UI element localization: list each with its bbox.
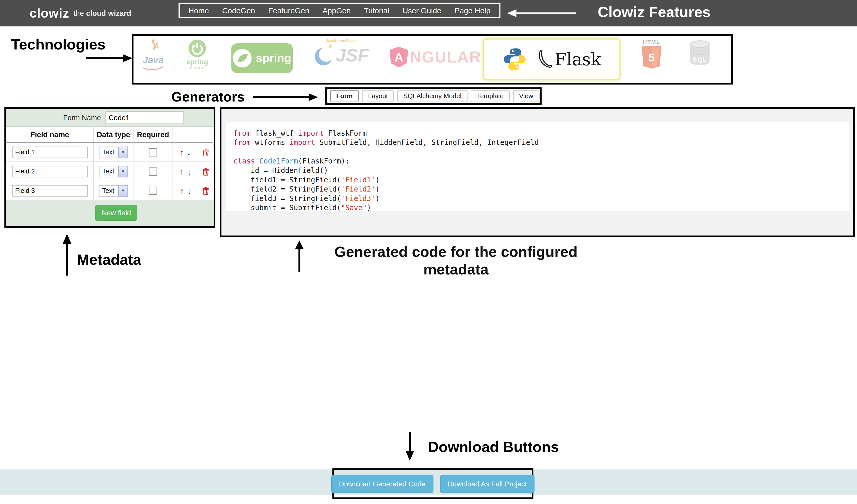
brand-logo[interactable]: clowiz the cloud wizard [30, 0, 131, 26]
angular-label: NGULAR [410, 49, 481, 65]
spring-boot-sublabel: BOOT [190, 66, 205, 70]
new-field-button[interactable]: New field [95, 205, 137, 221]
nav-item-appgen[interactable]: AppGen [323, 6, 351, 15]
annotation-technologies: Technologies [11, 36, 105, 53]
annotation-clowiz-features: Clowiz Features [598, 4, 710, 21]
form-name-label: Form Name [63, 114, 101, 122]
python-icon [502, 47, 527, 72]
move-down-icon[interactable]: ↓ [187, 187, 191, 195]
technology-java[interactable]: Java [142, 38, 164, 70]
annotation-generated-code-line2: metadata [307, 261, 604, 279]
nav-item-home[interactable]: Home [188, 6, 209, 15]
technology-sql[interactable]: SQL [688, 40, 711, 68]
column-required: Required [133, 127, 173, 143]
required-checkbox[interactable] [149, 187, 157, 195]
move-down-icon[interactable]: ↓ [187, 167, 191, 175]
column-move [173, 127, 198, 143]
field-name-input[interactable] [12, 166, 87, 177]
spring-boot-label: spring [186, 58, 208, 66]
code-line: submit = SubmitField("Save") [234, 203, 849, 212]
spring-boot-icon [188, 39, 206, 57]
data-type-select[interactable]: Text ▾ [99, 146, 128, 158]
trash-icon[interactable] [202, 148, 209, 156]
column-data-type: Data type [94, 127, 133, 143]
arrow-left-icon [505, 8, 578, 19]
technology-angular[interactable]: A NGULAR [389, 47, 481, 68]
nav-item-featuregen[interactable]: FeatureGen [268, 6, 309, 15]
technology-html5[interactable]: HTML 5 [641, 39, 662, 69]
code-line: from wtforms import SubmitField, HiddenF… [234, 138, 849, 147]
data-type-select[interactable]: Text ▾ [99, 185, 128, 196]
annotation-download-buttons: Download Buttons [428, 439, 559, 456]
nav-item-page-help[interactable]: Page Help [455, 6, 490, 15]
technology-spring-boot[interactable]: spring BOOT [186, 39, 208, 70]
arrow-right-icon [86, 53, 133, 63]
field-row-2: Text ▾ ↑ ↓ [6, 162, 214, 181]
generator-tabs: Form Layout SQLAlchemy Model Template Vi… [325, 87, 541, 105]
trash-icon[interactable] [202, 167, 209, 175]
generated-code-panel: from flask_wtf import FlaskFormfrom wtfo… [220, 107, 855, 237]
data-type-value: Text [99, 185, 118, 196]
required-checkbox[interactable] [149, 148, 157, 156]
arrow-right-icon [253, 92, 319, 102]
nav-menu: Home CodeGen FeatureGen AppGen Tutorial … [179, 3, 501, 18]
form-name-input[interactable] [105, 111, 183, 124]
move-up-icon[interactable]: ↑ [180, 148, 184, 156]
data-type-select[interactable]: Text ▾ [99, 166, 128, 177]
field-name-input[interactable] [12, 146, 87, 158]
field-name-input[interactable] [12, 185, 87, 196]
page: clowiz the cloud wizard Home CodeGen Fea… [0, 0, 857, 504]
technology-jsf[interactable]: JavaServer Faces JSF [314, 38, 369, 67]
code-line: field1 = StringField('Field1') [234, 175, 849, 185]
field-row-1: Text ▾ ↑ ↓ [6, 143, 214, 162]
brand-name: clowiz [30, 6, 69, 21]
trash-icon[interactable] [202, 187, 209, 195]
spring-icon [233, 49, 251, 68]
download-generated-code-button[interactable]: Download Generated Code [331, 475, 433, 493]
tab-view[interactable]: View [513, 90, 539, 102]
code-line: class Code1Form(FlaskForm): [234, 156, 849, 166]
sql-label: SQL [693, 56, 707, 63]
spring-label: spring [256, 52, 291, 65]
dropdown-arrow-icon[interactable]: ▾ [119, 185, 128, 196]
move-down-icon[interactable]: ↓ [187, 148, 191, 156]
data-type-value: Text [99, 166, 118, 177]
brand-tagline-cloud: cloud [86, 9, 106, 17]
dropdown-arrow-icon[interactable]: ▾ [119, 166, 128, 177]
tab-template[interactable]: Template [471, 90, 510, 102]
required-checkbox[interactable] [149, 167, 157, 175]
form-name-row: Form Name [6, 109, 214, 127]
move-up-icon[interactable]: ↑ [180, 187, 184, 195]
code-line: from flask_wtf import FlaskForm [234, 128, 849, 138]
html5-number: 5 [648, 51, 655, 64]
nav-item-codegen[interactable]: CodeGen [222, 6, 255, 15]
spring-banner: spring [231, 44, 293, 73]
technology-python-flask-selected[interactable]: Flask [483, 38, 620, 80]
nav-item-user-guide[interactable]: User Guide [402, 6, 441, 15]
tab-sqlalchemy-model[interactable]: SQLAlchemy Model [397, 90, 468, 102]
flask-icon [536, 48, 553, 70]
annotation-generated-code-line1: Generated code for the configured [307, 243, 604, 261]
brand-tagline-the: the [73, 9, 84, 17]
code-block: from flask_wtf import FlaskFormfrom wtfo… [226, 122, 849, 211]
java-label: Java [143, 55, 164, 65]
code-line [234, 147, 849, 157]
angular-icon: A [389, 47, 408, 68]
sql-icon: SQL [688, 40, 711, 68]
nav-item-tutorial[interactable]: Tutorial [364, 6, 389, 15]
annotation-generators: Generators [171, 89, 245, 105]
dropdown-arrow-icon[interactable]: ▾ [119, 146, 128, 158]
move-up-icon[interactable]: ↑ [180, 167, 184, 175]
arrow-up-icon [61, 233, 74, 277]
field-row-3: Text ▾ ↑ ↓ [6, 181, 214, 200]
brand-tagline: the cloud wizard [73, 9, 131, 17]
top-navbar: clowiz the cloud wizard Home CodeGen Fea… [0, 0, 857, 26]
technology-spring[interactable]: spring [231, 44, 293, 73]
tab-layout[interactable]: Layout [362, 90, 394, 102]
download-full-project-button[interactable]: Download As Full Project [440, 475, 534, 493]
code-line: field3 = StringField('Field3') [234, 194, 849, 203]
tab-form[interactable]: Form [330, 90, 359, 102]
annotation-generated-code: Generated code for the configured metada… [307, 243, 604, 279]
html5-top-label: HTML [643, 39, 660, 45]
angular-letter: A [394, 51, 403, 64]
